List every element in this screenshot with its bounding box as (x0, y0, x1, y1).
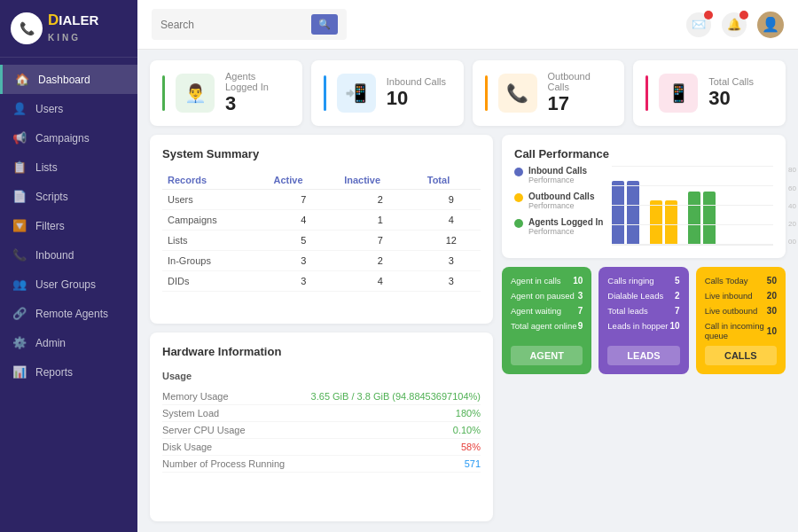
logo-icon: 📞 (11, 12, 43, 44)
hardware-title: Hardware Information (162, 345, 481, 358)
system-summary-title: System Summary (162, 147, 481, 160)
agent-row-4: Total agent online 9 (511, 321, 583, 331)
stat-label-inbound: Inbound Calls (387, 76, 446, 87)
stat-icon-inbound: 📲 (337, 74, 376, 113)
cell-inactive: 2 (339, 251, 422, 271)
cell-total: 3 (422, 251, 481, 271)
cell-active: 3 (269, 251, 340, 271)
table-row: Campaigns 4 1 4 (162, 210, 481, 231)
agent-button[interactable]: AGENT (511, 346, 583, 365)
bar-inbound-2 (627, 181, 639, 245)
calls-row-1: Calls Today 50 (705, 276, 777, 286)
sidebar-item-user-groups[interactable]: 👥 User Groups (0, 270, 137, 299)
bell-badge (739, 11, 748, 20)
cell-total: 12 (422, 231, 481, 251)
hw-value: 571 (465, 458, 481, 469)
logo: 📞 DIALER KING (0, 0, 137, 58)
sidebar-item-users[interactable]: 👤 Users (0, 94, 137, 123)
call-performance-title: Call Performance (514, 147, 773, 160)
mail-icon[interactable]: ✉️ (686, 12, 711, 37)
stats-row: 👨‍💼 Agents Logged In 3 📲 Inbound Calls 1… (150, 60, 786, 126)
cell-active: 4 (269, 210, 340, 231)
hw-section-usage: Usage (162, 371, 481, 381)
hw-rows: Memory Usage 3.65 GiB / 3.8 GiB (94.8845… (162, 388, 481, 473)
sidebar-item-label: Scripts (35, 191, 68, 203)
legend-agents: Agents Logged In Performance (514, 217, 612, 236)
y-axis-labels: 80 60 40 20 00 (788, 166, 796, 246)
sidebar-item-lists[interactable]: 📋 Lists (0, 153, 137, 182)
sidebar-item-dashboard[interactable]: 🏠 Dashboard (0, 65, 137, 94)
cell-inactive: 1 (339, 210, 422, 231)
stat-divider (324, 75, 326, 111)
bar-agents-2 (703, 192, 716, 245)
sidebar-item-label: Lists (35, 161, 58, 174)
search-button[interactable]: 🔍 (311, 14, 338, 35)
cell-active: 5 (269, 231, 340, 251)
users-icon: 👤 (12, 102, 27, 115)
bell-icon[interactable]: 🔔 (722, 12, 747, 37)
calls-row-2: Live inbound 20 (705, 291, 777, 301)
user-groups-icon: 👥 (12, 278, 27, 291)
stat-value-total: 30 (708, 87, 754, 110)
sidebar-item-admin[interactable]: ⚙️ Admin (0, 328, 137, 357)
leads-row-2: Dialable Leads 2 (607, 291, 679, 301)
hw-row: Number of Process Running 571 (162, 456, 481, 473)
hw-label: Number of Process Running (162, 458, 285, 469)
sidebar-item-filters[interactable]: 🔽 Filters (0, 211, 137, 240)
hw-row: Server CPU Usage 0.10% (162, 422, 481, 439)
sidebar-item-label: Campaigns (35, 132, 90, 145)
agent-val-1: 10 (573, 276, 583, 286)
cell-active: 3 (269, 271, 340, 292)
cell-total: 3 (422, 271, 481, 292)
hw-value: 3.65 GiB / 3.8 GiB (94.88453697104%) (311, 391, 481, 402)
search-input[interactable] (160, 19, 306, 31)
col-records: Records (162, 171, 269, 190)
sidebar-nav: 🏠 Dashboard 👤 Users 📢 Campaigns 📋 Lists … (0, 58, 137, 532)
sidebar-item-label: Inbound (35, 249, 74, 262)
avatar[interactable]: 👤 (757, 12, 784, 38)
sidebar-item-campaigns[interactable]: 📢 Campaigns (0, 123, 137, 153)
calls-row-3: Live outbound 30 (705, 306, 777, 316)
sidebar-item-reports[interactable]: 📊 Reports (0, 357, 137, 387)
leads-label-1: Calls ringing (607, 276, 653, 286)
stat-info-total: Total Calls 30 (708, 76, 754, 110)
legend-text-agents: Agents Logged In Performance (528, 217, 603, 236)
admin-icon: ⚙️ (12, 336, 27, 349)
calls-card: Calls Today 50 Live inbound 20 Live outb… (696, 267, 786, 374)
agent-label-3: Agent waiting (511, 306, 561, 316)
content: 👨‍💼 Agents Logged In 3 📲 Inbound Calls 1… (137, 50, 798, 532)
sidebar-item-label: Dashboard (38, 74, 90, 86)
sidebar-item-label: Remote Agents (35, 308, 108, 320)
leads-val-3: 7 (675, 306, 680, 316)
mail-badge (704, 11, 713, 20)
leads-val-2: 2 (675, 291, 680, 301)
stat-divider (645, 75, 648, 111)
stat-icon-agents: 👨‍💼 (176, 74, 215, 113)
stat-value-inbound: 10 (387, 87, 446, 110)
bar-agents-1 (688, 192, 700, 245)
leads-button[interactable]: LEADS (607, 346, 679, 365)
agent-val-3: 7 (578, 306, 583, 316)
campaigns-icon: 📢 (12, 131, 27, 145)
stat-info-agents: Agents Logged In 3 (225, 71, 290, 115)
agent-label-1: Agent in calls (511, 276, 561, 286)
calls-button[interactable]: CALLS (705, 346, 777, 365)
call-performance-card: Call Performance Inbound Calls Performan… (502, 135, 786, 258)
perf-legend: Inbound Calls Performance Outbound Calls… (514, 166, 612, 246)
cell-total: 9 (422, 190, 481, 210)
search-box: 🔍 (152, 9, 347, 40)
sidebar-item-remote-agents[interactable]: 🔗 Remote Agents (0, 299, 137, 328)
stat-icon-total: 📱 (659, 74, 698, 113)
sidebar-item-scripts[interactable]: 📄 Scripts (0, 182, 137, 211)
left-section: System Summary Records Active Inactive T… (150, 135, 493, 521)
calls-val-1: 50 (767, 276, 777, 286)
calls-label-3: Live outbound (705, 306, 758, 316)
leads-label-4: Leads in hopper (607, 321, 668, 331)
lists-icon: 📋 (12, 160, 27, 174)
sidebar-item-inbound[interactable]: 📞 Inbound (0, 240, 137, 270)
stat-card-inbound: 📲 Inbound Calls 10 (311, 60, 464, 126)
table-row: Users 7 2 9 (162, 190, 481, 210)
table-row: DIDs 3 4 3 (162, 271, 481, 292)
bar-outbound-2 (665, 200, 677, 245)
bar-outbound-1 (650, 200, 662, 245)
